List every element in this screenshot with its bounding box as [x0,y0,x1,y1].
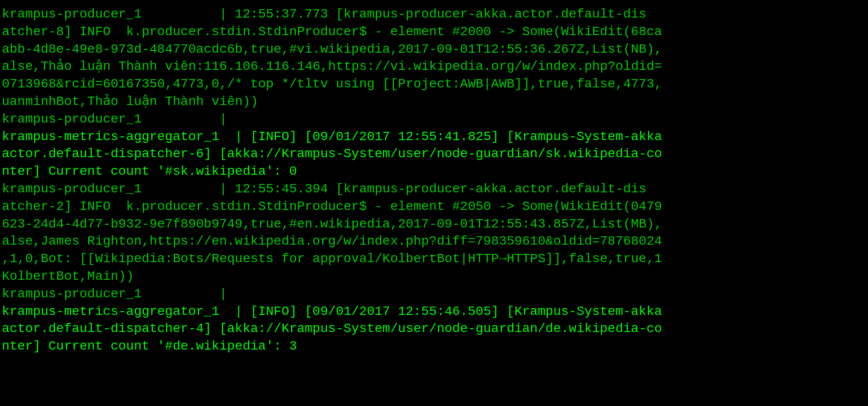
log-line-line9: actor.default-dispatcher-6] [akka://Kram… [0,145,868,163]
log-line-line10: nter] Current count '#sk.wikipedia': 0 [0,163,868,180]
log-line-line14: alse,James Righton,https://en.wikipedia.… [0,233,868,250]
log-line-line11: krampus-producer_1 | 12:55:45.394 [kramp… [0,180,868,198]
log-line-line18: krampus-metrics-aggregator_1 | [INFO] [0… [0,303,868,320]
terminal-output: krampus-producer_1 | 12:55:37.773 [kramp… [0,4,868,357]
log-line-line7: krampus-producer_1 | [0,111,868,128]
log-line-line6: uanminhBot,Thảo luận Thành viên)) [0,93,868,111]
log-line-line8: krampus-metrics-aggregator_1 | [INFO] [0… [0,128,868,146]
log-line-line12: atcher-2] INFO k.producer.stdin.StdinPro… [0,198,868,215]
log-line-line3: abb-4d8e-49e8-973d-484770acdc6b,true,#vi… [0,41,868,58]
log-line-line16: KolbertBot,Main)) [0,268,868,285]
log-line-line4: alse,Thảo luận Thành viên:116.106.116.14… [0,58,868,75]
log-line-line19: actor.default-dispatcher-4] [akka://Kram… [0,320,868,338]
log-line-line17: krampus-producer_1 | [0,285,868,303]
log-line-line2: atcher-8] INFO k.producer.stdin.StdinPro… [0,23,868,41]
log-line-line5: 0713968&rcid=60167350,4773,0,/* top */tl… [0,75,868,93]
log-line-line13: 623-24d4-4d77-b932-9e7f890b9749,true,#en… [0,215,868,233]
log-line-line15: ,1,0,Bot: [[Wikipedia:Bots/Requests for … [0,250,868,268]
log-line-line20: nter] Current count '#de.wikipedia': 3 [0,338,868,355]
log-line-line1: krampus-producer_1 | 12:55:37.773 [kramp… [0,6,868,23]
